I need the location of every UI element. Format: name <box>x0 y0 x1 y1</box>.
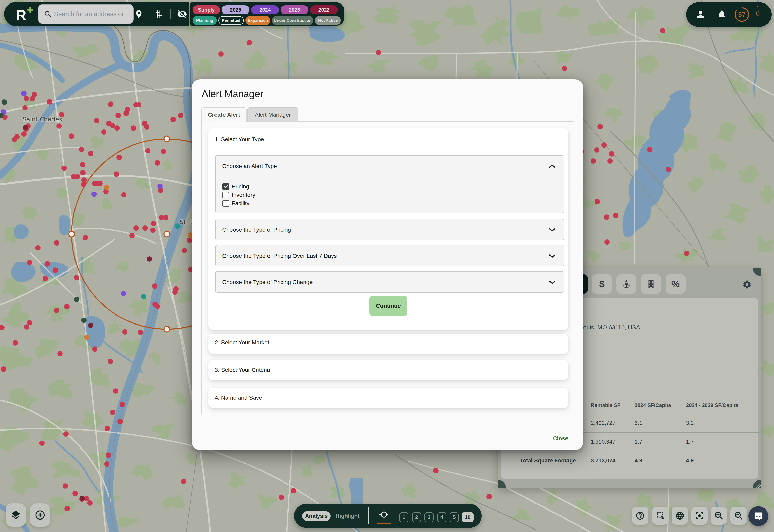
facility-marker[interactable] <box>131 125 136 131</box>
facility-marker[interactable] <box>63 483 68 489</box>
facility-marker[interactable] <box>291 488 296 493</box>
facility-marker[interactable] <box>279 495 284 500</box>
facility-marker[interactable] <box>660 28 665 33</box>
facility-marker[interactable] <box>647 147 652 152</box>
level-5[interactable]: 5 <box>450 512 459 522</box>
continue-button[interactable]: Continue <box>369 296 407 316</box>
recenter-button[interactable] <box>691 507 708 525</box>
dropdown-pricing-7days[interactable]: Choose the Type of Pricing Over Last 7 D… <box>215 245 564 266</box>
facility-marker[interactable] <box>144 124 149 130</box>
facility-marker[interactable] <box>45 261 50 267</box>
facility-marker[interactable] <box>63 431 69 437</box>
facility-marker[interactable] <box>117 419 123 424</box>
facility-marker[interactable] <box>113 388 118 394</box>
facility-marker[interactable] <box>170 117 176 122</box>
search-input[interactable] <box>54 10 132 18</box>
search-box[interactable] <box>38 4 134 24</box>
facility-marker[interactable] <box>110 410 115 415</box>
locate-button[interactable] <box>133 2 144 26</box>
filter-pill-2023[interactable]: 2023 <box>281 5 308 14</box>
zoom-in-button[interactable] <box>711 507 727 525</box>
layers-button[interactable] <box>6 503 26 527</box>
facility-marker[interactable] <box>57 351 63 356</box>
facility-marker[interactable] <box>604 214 609 220</box>
facility-marker[interactable] <box>83 235 88 240</box>
facility-marker[interactable] <box>172 290 178 295</box>
facility-marker[interactable] <box>35 245 41 250</box>
facility-marker[interactable] <box>151 221 156 226</box>
facility-marker[interactable] <box>74 297 79 302</box>
facility-marker[interactable] <box>181 479 186 484</box>
facility-marker[interactable] <box>604 239 610 245</box>
facility-marker[interactable] <box>110 123 115 128</box>
filter-pill-not-active[interactable]: Not Active <box>315 16 341 25</box>
facility-marker[interactable] <box>87 500 93 506</box>
notification-count[interactable]: 0 <box>756 9 760 17</box>
facility-marker[interactable] <box>54 308 59 313</box>
facility-marker[interactable] <box>562 66 567 71</box>
facility-marker[interactable] <box>24 324 29 330</box>
facility-marker[interactable] <box>147 256 152 262</box>
basemap-button[interactable] <box>672 507 688 525</box>
facility-marker[interactable] <box>129 233 135 238</box>
facility-marker[interactable] <box>218 51 224 57</box>
hide-layers-button[interactable] <box>176 2 188 26</box>
facility-marker[interactable] <box>684 251 689 256</box>
circle-handle[interactable] <box>164 231 170 237</box>
filter-pill-2024[interactable]: 2024 <box>251 5 279 14</box>
facility-marker[interactable] <box>106 452 111 458</box>
facility-marker[interactable] <box>30 96 35 101</box>
facility-marker[interactable] <box>43 276 48 281</box>
tab-alert-manager[interactable]: Alert Manager <box>247 107 298 122</box>
facility-marker[interactable] <box>163 215 168 220</box>
facility-marker[interactable] <box>101 129 106 135</box>
level-1[interactable]: 1 <box>399 512 408 522</box>
panel-resize-grip[interactable] <box>753 480 761 488</box>
facility-marker[interactable] <box>22 105 28 110</box>
facility-marker[interactable] <box>39 441 45 446</box>
facility-marker[interactable] <box>27 260 32 265</box>
facility-marker[interactable] <box>105 426 110 431</box>
level-10[interactable]: 10 <box>462 512 474 522</box>
accordion-header[interactable]: Choose an Alert Type <box>222 156 277 177</box>
facility-marker[interactable] <box>56 123 62 129</box>
circle-handle[interactable] <box>69 231 74 237</box>
facility-marker[interactable] <box>155 304 160 309</box>
facility-marker[interactable] <box>72 491 78 496</box>
facility-marker[interactable] <box>123 111 129 116</box>
facility-marker[interactable] <box>138 330 143 335</box>
facility-marker[interactable] <box>116 155 122 160</box>
level-4[interactable]: 4 <box>437 512 446 522</box>
section-select-criteria[interactable]: 3. Select Your Criteria <box>208 360 568 380</box>
facility-marker[interactable] <box>114 125 120 131</box>
zoom-out-button[interactable] <box>730 507 747 525</box>
facility-marker[interactable] <box>84 335 89 340</box>
filter-pill-under-construction[interactable]: Under Construction <box>272 16 313 25</box>
facility-marker[interactable] <box>433 468 439 473</box>
facility-marker[interactable] <box>609 151 614 157</box>
facility-marker[interactable] <box>47 99 52 105</box>
facility-marker[interactable] <box>92 346 97 352</box>
circle-handle[interactable] <box>164 326 170 332</box>
facility-marker[interactable] <box>150 228 156 233</box>
close-button[interactable]: Close <box>553 435 568 442</box>
report-tab-facilities[interactable] <box>641 274 661 294</box>
facility-marker[interactable] <box>601 142 607 148</box>
filter-pill-2025[interactable]: 2025 <box>222 5 249 14</box>
facility-marker[interactable] <box>121 291 126 296</box>
report-tab-rates[interactable]: % <box>666 274 686 294</box>
option-facility[interactable]: Facility <box>222 200 249 207</box>
facility-marker[interactable] <box>122 329 127 335</box>
facility-marker[interactable] <box>115 113 121 118</box>
help-button[interactable] <box>632 507 648 525</box>
facility-marker[interactable] <box>81 181 86 187</box>
facility-marker[interactable] <box>136 102 141 107</box>
facility-marker[interactable] <box>666 167 671 172</box>
facility-marker[interactable] <box>595 199 600 204</box>
facility-marker[interactable] <box>161 149 166 154</box>
notifications-button[interactable] <box>716 2 728 26</box>
facility-marker[interactable] <box>114 171 119 177</box>
tab-create-alert[interactable]: Create Alert <box>201 107 247 122</box>
facility-marker[interactable] <box>64 506 70 511</box>
level-2[interactable]: 2 <box>412 512 421 522</box>
